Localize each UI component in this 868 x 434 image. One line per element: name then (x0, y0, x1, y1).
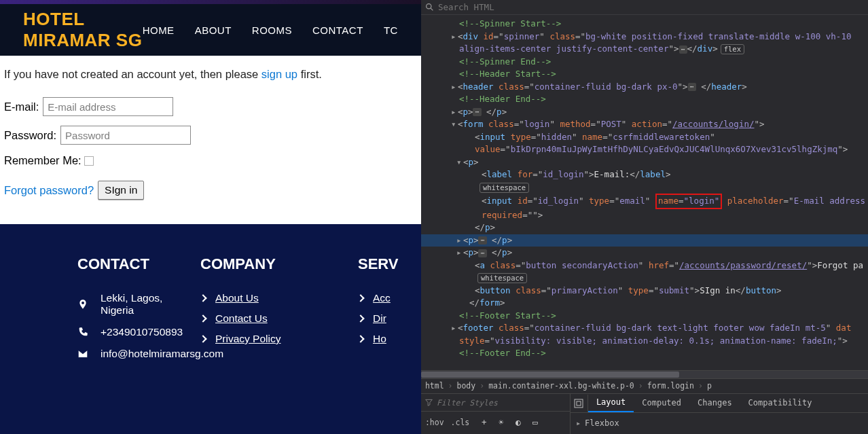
nav-about[interactable]: ABOUT (195, 24, 232, 36)
remember-checkbox[interactable] (84, 156, 94, 166)
chevron-right-icon (357, 294, 364, 302)
svg-line-1 (431, 8, 433, 10)
email-label: E-mail: (4, 101, 39, 113)
password-label: Password: (4, 129, 56, 142)
filter-styles-input[interactable] (437, 398, 566, 408)
hov-toggle[interactable]: :hov (425, 416, 444, 429)
chevron-right-icon (199, 294, 206, 302)
tab-changes[interactable]: Changes (689, 394, 740, 412)
dom-tree[interactable]: <!--Spinner Start--> ▸<div id="spinner" … (421, 15, 868, 370)
search-icon (425, 3, 434, 12)
box-model-icon[interactable] (571, 395, 588, 412)
footer-link-contact[interactable]: Contact Us (200, 312, 344, 325)
site-header: HOTEL MIRAMAR SG HOME ABOUT ROOMS CONTAC… (0, 4, 421, 56)
cls-toggle[interactable]: .cls (451, 416, 470, 429)
chevron-right-icon (357, 335, 364, 342)
tab-computed[interactable]: Computed (634, 394, 689, 412)
svg-rect-3 (577, 401, 581, 405)
flexbox-section[interactable]: Flexbox (585, 417, 619, 430)
signup-link[interactable]: sign up (261, 68, 297, 80)
phone-icon (77, 327, 88, 338)
pin-icon (77, 299, 88, 310)
nav-tc[interactable]: TC (384, 24, 398, 36)
email-field[interactable] (43, 97, 173, 116)
contrast-icon[interactable]: ◐ (513, 418, 523, 428)
nav-contact[interactable]: CONTACT (312, 24, 363, 36)
tab-layout[interactable]: Layout (588, 394, 634, 412)
chevron-right-icon (199, 335, 206, 342)
chevron-right-icon (199, 314, 206, 322)
nav-rooms[interactable]: ROOMS (252, 24, 292, 36)
light-icon[interactable]: ☀ (496, 418, 506, 428)
devtools-panel: <!--Spinner Start--> ▸<div id="spinner" … (421, 0, 868, 434)
devtools-search (421, 0, 868, 15)
footer-link-service[interactable]: Acc (358, 292, 408, 304)
chevron-right-icon[interactable]: ▸ (576, 417, 581, 430)
signup-intro: If you have not created an account yet, … (4, 68, 418, 81)
footer-link-service[interactable]: Ho (358, 333, 408, 345)
footer-address: Lekki, Lagos, Nigeria (101, 292, 187, 317)
filter-icon (425, 399, 433, 406)
devtools-search-input[interactable] (438, 2, 864, 12)
footer-link-privacy[interactable]: Privacy Policy (200, 333, 344, 345)
site-logo[interactable]: HOTEL MIRAMAR SG (23, 9, 143, 51)
print-icon[interactable]: ▭ (530, 418, 540, 428)
signin-button[interactable]: SIgn in (98, 181, 144, 200)
footer-phone: +2349010750893 (101, 326, 183, 338)
footer-link-about[interactable]: About Us (200, 292, 344, 304)
chevron-right-icon (357, 314, 364, 322)
footer-contact-title: CONTACT (77, 255, 187, 273)
breadcrumb[interactable]: html› body› main.container-xxl.bg-white.… (421, 378, 868, 393)
svg-point-0 (427, 4, 431, 9)
main-nav: HOME ABOUT ROOMS CONTACT TC (143, 24, 398, 36)
mail-icon (77, 348, 88, 359)
horizontal-scrollbar[interactable] (421, 370, 868, 378)
site-footer: CONTACT Lekki, Lagos, Nigeria +234901075… (0, 224, 421, 434)
footer-services-title: SERV (358, 255, 408, 273)
password-field[interactable] (60, 126, 191, 145)
plus-icon[interactable]: + (479, 418, 489, 428)
tab-compatibility[interactable]: Compatibility (740, 394, 820, 412)
footer-link-service[interactable]: Dir (358, 312, 408, 325)
remember-label: Remember Me: (4, 154, 82, 167)
svg-rect-2 (575, 399, 583, 408)
footer-company-title: COMPANY (200, 255, 344, 273)
forgot-password-link[interactable]: Forgot password? (4, 184, 94, 197)
nav-home[interactable]: HOME (143, 24, 175, 36)
